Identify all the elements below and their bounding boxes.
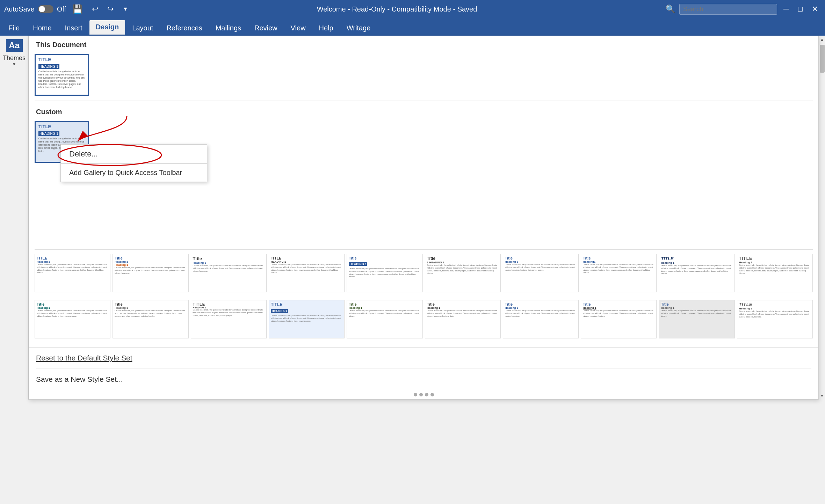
builtin-card-4[interactable]: TITLE HEADING 1 On the Insert tab, the g… <box>269 254 345 292</box>
autosave-label: AutoSave <box>4 5 35 13</box>
tabs-bar: File Home Insert Design Layout Reference… <box>0 18 825 36</box>
builtin-themes-row2: Title Heading 1 On the Insert tab, the g… <box>29 298 818 343</box>
restore-btn[interactable]: □ <box>795 3 805 15</box>
builtin-card-5[interactable]: Title HEADING 1 On the Insert tab, the g… <box>347 254 422 292</box>
themes-button[interactable]: Aa Themes ▼ <box>0 36 29 400</box>
tab-design[interactable]: Design <box>89 20 125 36</box>
builtin-card-14[interactable]: TITLE HEADING 1 On the Insert tab, the g… <box>269 300 345 338</box>
context-menu-container: Delete... Add Gallery to Quick Access To… <box>60 144 207 182</box>
divider-builtin <box>35 249 813 250</box>
tab-home[interactable]: Home <box>27 21 58 36</box>
ribbon-area: Aa Themes ▼ This Document TITLE HEADING … <box>0 36 825 400</box>
scroll-down-arrow[interactable]: ▼ <box>819 392 825 400</box>
tab-insert[interactable]: Insert <box>59 21 89 36</box>
builtin-card-8[interactable]: Title Heading1 On the Insert tab, the ga… <box>581 254 657 292</box>
themes-icon: Aa <box>6 39 23 52</box>
minimize-btn[interactable]: ─ <box>781 3 792 15</box>
tab-file[interactable]: File <box>2 21 26 36</box>
scrollbar[interactable]: ▲ ▼ <box>819 36 825 400</box>
redo-icon[interactable]: ↪ <box>104 3 116 15</box>
close-btn[interactable]: ✕ <box>809 3 821 15</box>
this-document-row: TITLE HEADING 1 On the Insert tab, the g… <box>29 51 818 98</box>
builtin-card-2[interactable]: Title Heading 1 Heading 1 On the Insert … <box>113 254 188 292</box>
dot-indicator <box>29 390 818 399</box>
context-menu: Delete... Add Gallery to Quick Access To… <box>60 144 207 182</box>
dot-4 <box>430 393 434 396</box>
scroll-thumb[interactable] <box>820 45 825 73</box>
builtin-card-1[interactable]: TITLE Heading 1 On the Insert tab, the g… <box>35 254 110 292</box>
bottom-actions: Reset to the Default Style Set Save as a… <box>29 347 818 390</box>
document-title: Welcome - Read-Only - Compatibility Mode… <box>135 5 659 13</box>
builtin-card-13[interactable]: TITLE HEADING 1 On the Insert tab, the g… <box>191 300 267 338</box>
divider-1 <box>35 101 813 101</box>
builtin-card-9[interactable]: TITLE Heading 1 On the Insert tab, the g… <box>659 254 734 292</box>
scroll-up-arrow[interactable]: ▲ <box>819 36 825 43</box>
custom-card-heading: HEADING 1 <box>38 131 59 136</box>
save-icon[interactable]: 💾 <box>70 3 86 15</box>
toggle-knob <box>39 6 45 12</box>
builtin-card-11[interactable]: Title Heading 1 On the Insert tab, the g… <box>35 300 110 338</box>
custom-header: Custom <box>29 103 818 118</box>
themes-label: Themes <box>3 54 26 62</box>
builtin-card-19[interactable]: Title Heading 1 On the Insert tab, the g… <box>659 300 734 338</box>
builtin-card-6[interactable]: Title 1 HEADING 1 On the Insert tab, the… <box>425 254 501 292</box>
title-bar: AutoSave Off 💾 ↩ ↪ ▼ Welcome - Read-Only… <box>0 0 825 18</box>
builtin-card-7[interactable]: Title Heading 1 On the Insert tab, the g… <box>503 254 579 292</box>
context-menu-add-gallery[interactable]: Add Gallery to Quick Access Toolbar <box>61 164 207 182</box>
tab-references[interactable]: References <box>160 21 208 36</box>
builtin-card-18[interactable]: Title Heading 1 On the Insert tab, the g… <box>581 300 657 338</box>
builtin-themes-row1: TITLE Heading 1 On the Insert tab, the g… <box>29 252 818 297</box>
save-new-style-action[interactable]: Save as a New Style Set... <box>36 369 811 390</box>
dot-1 <box>414 393 417 396</box>
card-heading: HEADING 1 <box>38 64 59 69</box>
tab-view[interactable]: View <box>284 21 312 36</box>
card-title: TITLE <box>38 57 85 62</box>
autosave-toggle[interactable] <box>38 5 53 13</box>
card-body: On the Insert tab, the galleries include… <box>38 70 85 89</box>
builtin-card-12[interactable]: Title Heading 1 On the Insert tab, the g… <box>113 300 188 338</box>
tab-review[interactable]: Review <box>248 21 284 36</box>
tab-layout[interactable]: Layout <box>126 21 159 36</box>
builtin-card-20[interactable]: TITLE Heading 1 On the Insert tab, the g… <box>737 300 813 338</box>
dot-2 <box>419 393 423 396</box>
context-menu-delete[interactable]: Delete... <box>61 145 207 163</box>
custom-card-title: TITLE <box>38 124 85 129</box>
divider-bottom <box>35 345 813 345</box>
toggle-state-label: Off <box>57 5 66 13</box>
undo-icon[interactable]: ↩ <box>89 3 101 15</box>
dot-3 <box>425 393 428 396</box>
this-document-header: This Document <box>29 36 818 51</box>
tab-help[interactable]: Help <box>313 21 340 36</box>
builtin-card-17[interactable]: Title Heading 1 On the Insert tab, the g… <box>503 300 579 338</box>
customize-icon[interactable]: ▼ <box>120 5 131 14</box>
search-input[interactable] <box>679 4 777 15</box>
themes-dropdown-arrow: ▼ <box>12 62 16 67</box>
tab-writage[interactable]: Writage <box>340 21 377 36</box>
builtin-card-16[interactable]: Title Heading 1 On the Insert tab, the g… <box>425 300 501 338</box>
builtin-card-3[interactable]: Title Heading 1 On the Insert tab, the g… <box>191 254 267 292</box>
builtin-card-15[interactable]: Title Heading 1 On the Insert tab, the g… <box>347 300 422 338</box>
tab-mailings[interactable]: Mailings <box>209 21 247 36</box>
reset-default-action[interactable]: Reset to the Default Style Set <box>36 348 811 369</box>
styles-dropdown-panel: This Document TITLE HEADING 1 On the Ins… <box>29 36 819 400</box>
builtin-card-10[interactable]: TITLE Heading 1 On the Insert tab, the g… <box>737 254 813 292</box>
search-icon[interactable]: 🔍 <box>663 3 678 15</box>
this-document-card[interactable]: TITLE HEADING 1 On the Insert tab, the g… <box>35 54 89 96</box>
